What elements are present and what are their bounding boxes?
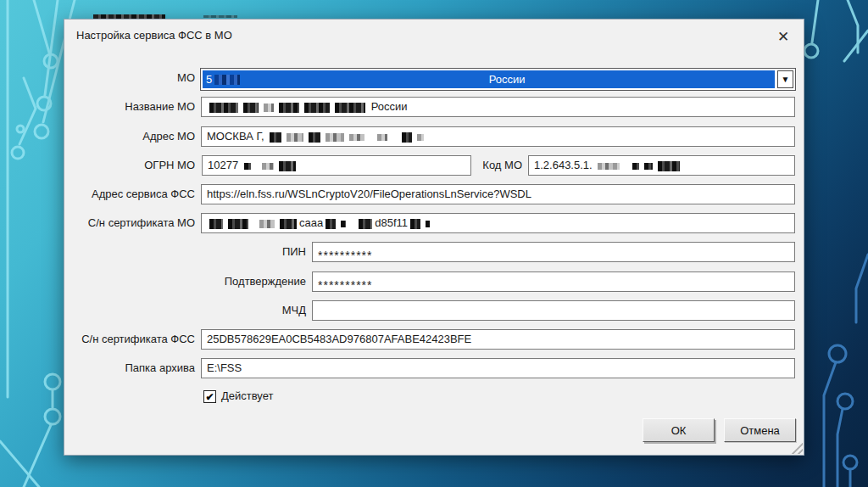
active-checkbox-label: Действует: [221, 388, 273, 405]
chevron-down-icon[interactable]: ▼: [777, 70, 793, 88]
redacted-block: [632, 163, 639, 170]
redacted-block: [279, 161, 296, 171]
name-mo-field[interactable]: России: [201, 97, 795, 117]
redacted-block: [244, 163, 251, 170]
kod-mo-label: Код МО: [465, 155, 522, 176]
cert-mo-fragment1: caaa: [299, 216, 323, 229]
kod-mo-field[interactable]: 1.2.643.5.1.: [528, 155, 795, 176]
redacted-block: [326, 219, 336, 229]
confirmation-field[interactable]: **********: [312, 271, 795, 292]
redacted-block: [335, 103, 365, 113]
fss-settings-dialog: Настройка сервиса ФСС в МО ✕ МО 5 России…: [64, 19, 804, 456]
pin-label: ПИН: [70, 242, 306, 262]
redacted-block: [349, 134, 364, 141]
confirmation-label: Подтверждение: [70, 271, 306, 292]
redacted-block: [304, 103, 330, 113]
ogrn-mo-field[interactable]: 10277: [202, 155, 471, 176]
cert-mo-label: С/н сертификата МО: [70, 213, 195, 233]
mo-label: МО: [70, 68, 195, 88]
redacted-block: [309, 132, 320, 143]
address-mo-field[interactable]: МОСКВА Г,: [201, 126, 795, 147]
redacted-block: [209, 103, 238, 113]
ok-button[interactable]: ОК: [643, 418, 715, 442]
ogrn-mo-label: ОГРН МО: [70, 155, 195, 176]
mchd-label: МЧД: [70, 300, 306, 321]
redacted-block: [243, 103, 259, 113]
cert-fss-field[interactable]: 25DB578629EA0CB5483AD976807AFABE42423BFE: [201, 329, 795, 350]
kod-prefix: 1.2.643.5.1.: [534, 159, 593, 171]
dialog-title: Настройка сервиса ФСС в МО: [76, 29, 232, 42]
name-mo-suffix: России: [371, 100, 408, 113]
redacted-block: [262, 163, 274, 170]
redacted-block: [377, 134, 387, 141]
confirmation-masked-value: **********: [318, 272, 372, 292]
redacted-block: [264, 104, 274, 112]
redacted-block: [279, 103, 299, 113]
redacted-block: [658, 161, 680, 171]
redacted-block: [598, 163, 620, 170]
cert-fss-label: С/н сертификата ФСС: [70, 329, 195, 350]
archive-folder-field[interactable]: E:\FSS: [201, 358, 795, 378]
mo-combobox-selection: 5 России: [203, 70, 775, 88]
checkmark-icon: ✔: [205, 391, 214, 403]
service-url-field[interactable]: https://eln.fss.ru/WSLnCryptoV20/FileOpe…: [201, 184, 795, 204]
service-url-label: Адрес сервиса ФСС: [70, 184, 195, 204]
redacted-block: [410, 219, 420, 229]
ogrn-prefix: 10277: [208, 159, 238, 171]
name-mo-label: Название МО: [70, 97, 195, 117]
redacted-block: [326, 133, 344, 142]
pin-masked-value: **********: [318, 243, 372, 262]
mo-combobox[interactable]: 5 России ▼: [200, 68, 796, 91]
redacted-block: [228, 219, 248, 229]
active-checkbox[interactable]: ✔: [203, 390, 216, 403]
redacted-block: [214, 75, 240, 85]
mo-value-prefix: 5: [206, 73, 212, 86]
mchd-field[interactable]: [312, 300, 795, 321]
pin-field[interactable]: **********: [312, 242, 795, 262]
redacted-background-text: [203, 15, 237, 18]
cancel-button[interactable]: Отмена: [724, 418, 796, 442]
redacted-block: [270, 132, 281, 143]
archive-folder-label: Папка архива: [70, 358, 195, 378]
address-mo-label: Адрес МО: [70, 126, 195, 147]
redacted-block: [359, 219, 372, 229]
redacted-block: [644, 163, 653, 170]
redacted-block: [341, 221, 346, 227]
redacted-block: [287, 133, 303, 142]
mo-value-center: России: [242, 73, 771, 86]
redacted-block: [280, 219, 297, 229]
redacted-block: [417, 134, 424, 141]
redacted-block: [426, 221, 430, 227]
cert-mo-field[interactable]: caaad85f11: [201, 213, 795, 233]
cert-mo-fragment2: d85f11: [375, 216, 408, 229]
redacted-block: [259, 220, 275, 228]
redacted-block: [209, 219, 223, 229]
redacted-block: [402, 132, 412, 143]
resize-grip[interactable]: [789, 440, 803, 454]
close-icon[interactable]: ✕: [771, 25, 795, 48]
address-mo-prefix: МОСКВА Г,: [207, 130, 264, 143]
